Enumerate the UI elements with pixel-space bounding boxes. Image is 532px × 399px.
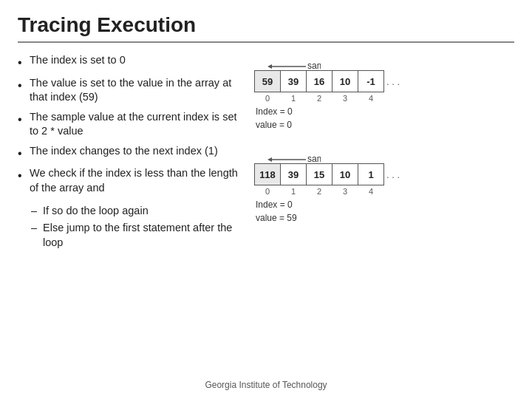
diagram1-info-line2: value = 0 xyxy=(256,118,293,132)
bullet-dot: • xyxy=(18,168,30,184)
diagram2-idx-4: 4 xyxy=(358,187,384,196)
list-item: • The value is set to the value in the a… xyxy=(18,76,247,105)
bullet-text: The value is set to the value in the arr… xyxy=(30,76,247,105)
bullet-dot: • xyxy=(18,146,30,162)
diagram1-idx-3: 3 xyxy=(332,94,358,103)
diagram2-idx-1: 1 xyxy=(280,187,307,196)
diagram2-idx-0: 0 xyxy=(254,187,281,196)
bullet-text: The sample value at the current index is… xyxy=(30,110,247,139)
diagram2-info: Index = 0 value = 59 xyxy=(256,198,297,225)
diagram2-cell-0: 118 xyxy=(254,163,281,185)
bullet-list: • The index is set to 0 • The value is s… xyxy=(18,53,247,201)
diagram2-cell-3: 10 xyxy=(332,163,358,185)
diagram2-ellipsis: . . . xyxy=(386,169,400,180)
diagram1-cell-3: 10 xyxy=(332,70,358,92)
diagram1-cell-2: 16 xyxy=(306,70,332,92)
diagram2-idx-3: 3 xyxy=(332,187,358,196)
bullet-dot: • xyxy=(18,55,30,71)
page: Tracing Execution • The index is set to … xyxy=(0,0,532,399)
diagram2-arrow-svg: sample xyxy=(262,146,321,163)
diagram2-info-line2: value = 59 xyxy=(256,211,297,225)
svg-marker-4 xyxy=(267,157,272,162)
diagram2-info-line1: Index = 0 xyxy=(256,198,297,211)
diagram2-cell-2: 15 xyxy=(306,163,332,185)
diagram2-sample-area: sample xyxy=(254,146,321,163)
left-column: • The index is set to 0 • The value is s… xyxy=(18,53,247,371)
sub-dash: – xyxy=(31,221,43,236)
bullet-text: We check if the index is less than the l… xyxy=(30,166,247,195)
diagram1-idx-1: 1 xyxy=(280,94,307,103)
bullet-text: The index changes to the next index (1) xyxy=(30,144,218,159)
sub-bullet-text: If so do the loop again xyxy=(43,204,149,219)
diagram1-idx-0: 0 xyxy=(254,94,281,103)
page-title: Tracing Execution xyxy=(18,13,514,43)
svg-text:sample: sample xyxy=(307,154,321,163)
bullet-dot: • xyxy=(18,78,30,94)
sub-list-item: – If so do the loop again xyxy=(31,204,247,219)
list-item: • The sample value at the current index … xyxy=(18,110,247,139)
diagram1: sample 59 39 16 10 xyxy=(254,53,514,132)
list-item: • We check if the index is less than the… xyxy=(18,166,247,195)
diagram1-arrow-svg: sample xyxy=(262,53,321,69)
diagram2-cell-1: 39 xyxy=(280,163,307,185)
sub-bullet-text: Else jump to the first statement after t… xyxy=(43,221,247,250)
diagram1-array: 59 39 16 10 -1 . . . xyxy=(254,70,400,92)
diagram1-sample-area: sample xyxy=(254,53,321,69)
diagram1-info-line1: Index = 0 xyxy=(256,105,293,118)
list-item: • The index changes to the next index (1… xyxy=(18,144,247,162)
svg-marker-1 xyxy=(267,64,272,69)
footer-text: Georgia Institute of Technology xyxy=(18,377,514,390)
diagram1-idx-4: 4 xyxy=(358,94,384,103)
diagram1-index-row: 0 1 2 3 4 xyxy=(254,94,383,103)
diagram2-index-row: 0 1 2 3 4 xyxy=(254,187,383,196)
diagram1-ellipsis: . . . xyxy=(386,76,400,87)
content-area: • The index is set to 0 • The value is s… xyxy=(18,53,514,371)
diagram2-idx-2: 2 xyxy=(306,187,332,196)
bullet-dot: • xyxy=(18,112,30,128)
sub-bullet-list: – If so do the loop again – Else jump to… xyxy=(18,204,247,253)
diagram1-cell-4: -1 xyxy=(358,70,384,92)
diagram2-cell-4: 1 xyxy=(358,163,384,185)
diagram2-array: 118 39 15 10 1 . . . xyxy=(254,163,400,185)
right-column: sample 59 39 16 10 xyxy=(254,53,514,371)
bullet-text: The index is set to 0 xyxy=(30,53,126,68)
svg-text:sample: sample xyxy=(307,61,321,69)
list-item: • The index is set to 0 xyxy=(18,53,247,71)
sub-dash: – xyxy=(31,204,43,219)
diagram2: sample 118 39 15 10 xyxy=(254,146,514,225)
diagram1-cell-0: 59 xyxy=(254,70,281,92)
diagram1-idx-2: 2 xyxy=(306,94,332,103)
diagram1-cell-1: 39 xyxy=(280,70,307,92)
diagram1-info: Index = 0 value = 0 xyxy=(256,105,293,132)
sub-list-item: – Else jump to the first statement after… xyxy=(31,221,247,250)
